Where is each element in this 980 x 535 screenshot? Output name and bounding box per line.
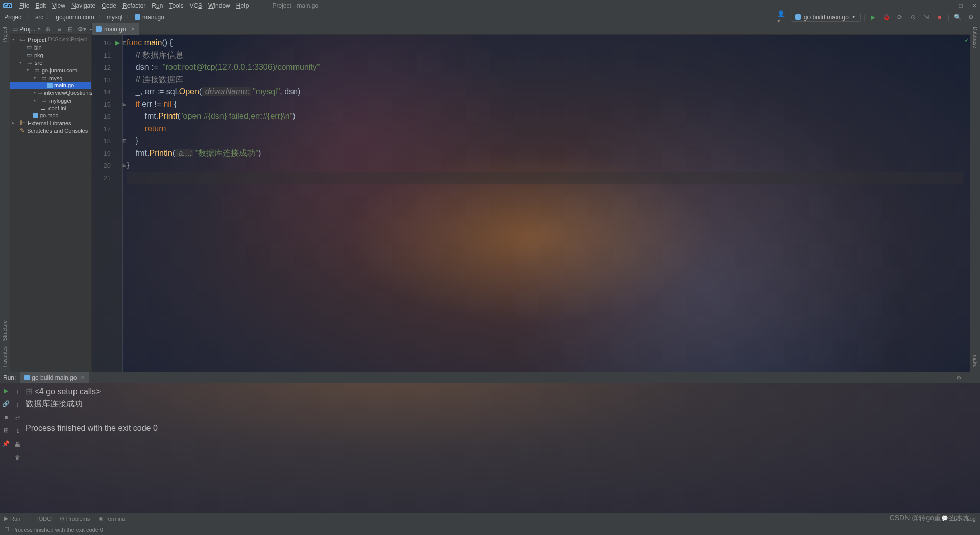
debug-button[interactable]: 🐞 (881, 12, 892, 22)
tab-label: main.go (104, 26, 126, 33)
project-tool-button[interactable]: Project (2, 27, 8, 42)
up-icon[interactable]: ↑ (13, 386, 23, 397)
coverage-button[interactable]: ⟳ (895, 12, 905, 22)
settings-button[interactable]: ⚙ (966, 12, 976, 22)
navigation-bar: Project〉 src〉 go.junmu.com〉 mysql〉 main.… (0, 11, 980, 23)
terminal-icon: ▣ (98, 515, 103, 522)
run-toolbar-secondary: ↑ ↓ ⏎ ↧ 🖶 🗑 (12, 383, 23, 513)
hide-run-panel-button[interactable]: — (967, 373, 977, 383)
watermark: CSDN @转go重开的木木 (890, 514, 970, 523)
go-file-icon (135, 14, 140, 20)
breadcrumb-item[interactable]: mysql (107, 14, 122, 21)
tree-file-gomod[interactable]: go.mod (10, 112, 91, 119)
editor-body[interactable]: 10▶⊟ 11 12 13 14 15⊟ 16 17 18⊟ 19 20⊟ 21… (92, 35, 970, 372)
menu-refactor[interactable]: Refactor (119, 2, 149, 9)
menu-file[interactable]: FFileile (16, 2, 32, 9)
menu-code[interactable]: Code (99, 2, 119, 9)
run-gutter-icon[interactable]: ▶ (115, 39, 120, 46)
editor-marks[interactable]: ✓ (963, 35, 970, 372)
tree-folder-mysql[interactable]: ▾▭mysql (10, 74, 91, 82)
attach-debugger-button[interactable]: 🔗 (1, 399, 11, 409)
menu-run[interactable]: Run (149, 2, 166, 9)
editor-tab-maingo[interactable]: main.go ✕ (92, 23, 139, 35)
project-tree[interactable]: ▾▭ Project D:\Go\src\Project ▭bin ▭pkg ▾… (10, 35, 91, 135)
favorites-tool-button[interactable]: Favorites (2, 346, 8, 367)
collapse-all-button[interactable]: ⊟ (65, 24, 76, 34)
breadcrumb-item[interactable]: Project (4, 14, 23, 21)
tree-file-maingo[interactable]: main.go (10, 82, 91, 89)
titlebar: GO FFileile Edit View Navigate Code Refa… (0, 0, 980, 11)
clear-button[interactable]: 🗑 (13, 453, 23, 463)
run-tab[interactable]: go build main.go ✕ (20, 372, 89, 383)
minimize-icon[interactable]: — (944, 2, 950, 9)
make-tool-button[interactable]: make (972, 355, 978, 367)
layout-button[interactable]: ⊞ (1, 425, 11, 435)
window-title: Project - main.go (272, 2, 943, 9)
settings-icon[interactable]: ⚙▾ (77, 24, 87, 34)
sidebar-title[interactable]: ▭ Proj... ▼ (12, 26, 41, 33)
left-tool-stripe: Project Structure Favorites (0, 23, 10, 372)
run-config-selector[interactable]: go build main.go ▼ (791, 13, 861, 22)
rerun-button[interactable]: ▶ (1, 385, 11, 396)
down-icon[interactable]: ↓ (13, 400, 23, 410)
pipe-separator: | (864, 14, 865, 21)
attach-button[interactable]: ⇲ (921, 12, 932, 22)
stop-button[interactable]: ■ (935, 12, 945, 22)
todo-tool-button[interactable]: ≣TODO (29, 515, 52, 522)
select-opened-file-button[interactable]: ⊕ (43, 24, 53, 34)
close-icon[interactable]: ✕ (972, 2, 977, 9)
menu-navigate[interactable]: Navigate (68, 2, 99, 9)
close-tab-icon[interactable]: ✕ (131, 26, 135, 32)
tree-folder-bin[interactable]: ▭bin (10, 43, 91, 51)
print-button[interactable]: 🖶 (13, 440, 23, 450)
tree-folder-interview[interactable]: ▸▭interviewQuestionis (10, 89, 91, 96)
tree-file-confini[interactable]: ☰conf.ini (10, 104, 91, 112)
tree-folder-mylogger[interactable]: ▸▭mylogger (10, 96, 91, 104)
menu-help[interactable]: Help (233, 2, 252, 9)
maximize-icon[interactable]: □ (959, 2, 963, 9)
menu-view[interactable]: View (49, 2, 68, 9)
breadcrumb-item[interactable]: main.go (142, 14, 164, 21)
menu-vcs[interactable]: VCS (186, 2, 205, 9)
close-tab-icon[interactable]: ✕ (81, 375, 85, 380)
gutter[interactable]: 10▶⊟ 11 12 13 14 15⊟ 16 17 18⊟ 19 20⊟ 21 (92, 35, 122, 372)
console-line: 数据库连接成功 (26, 398, 978, 410)
editor: main.go ✕ 10▶⊟ 11 12 13 14 15⊟ 16 17 18⊟… (92, 23, 970, 372)
menu-edit[interactable]: Edit (32, 2, 49, 9)
user-icon[interactable]: 👤▾ (777, 12, 788, 22)
tree-project-root[interactable]: ▾▭ Project D:\Go\src\Project (10, 36, 91, 43)
profile-button[interactable]: ⊙ (908, 12, 918, 22)
bottom-tool-bar: ▶Run ≣TODO ⊘Problems ▣Terminal 💬Event Lo… (0, 513, 980, 524)
problems-tool-button[interactable]: ⊘Problems (60, 515, 90, 522)
console-output[interactable]: ⊞ <4 go setup calls> 数据库连接成功 Process fin… (23, 383, 980, 513)
run-settings-icon[interactable]: ⚙ (953, 373, 964, 383)
tree-folder-src[interactable]: ▾▭src (10, 59, 91, 66)
menu-window[interactable]: Window (205, 2, 233, 9)
status-icon[interactable]: ☐ (4, 526, 9, 533)
go-file-icon (47, 83, 53, 88)
soft-wrap-button[interactable]: ⏎ (13, 413, 23, 423)
status-bar: ☐ Process finished with the exit code 0 (0, 524, 980, 535)
run-config-label: go build main.go (804, 14, 849, 21)
run-tool-button[interactable]: ▶Run (4, 515, 20, 522)
scroll-to-end-button[interactable]: ↧ (13, 426, 23, 436)
go-file-icon (33, 113, 38, 118)
tree-folder-gojunmu[interactable]: ▾▭go.junmu.com (10, 66, 91, 74)
pin-button[interactable]: 📌 (1, 439, 11, 449)
stop-run-button[interactable]: ■ (1, 412, 11, 422)
run-button[interactable]: ▶ (868, 12, 878, 22)
breadcrumb: Project〉 src〉 go.junmu.com〉 mysql〉 main.… (4, 13, 164, 21)
terminal-tool-button[interactable]: ▣Terminal (98, 515, 127, 522)
menu-tools[interactable]: Tools (166, 2, 186, 9)
breadcrumb-item[interactable]: src (35, 14, 43, 21)
tree-folder-pkg[interactable]: ▭pkg (10, 51, 91, 59)
breadcrumb-item[interactable]: go.junmu.com (56, 14, 94, 21)
database-tool-button[interactable]: Database (972, 27, 978, 48)
tree-external-libraries[interactable]: ▸⊩External Libraries (10, 119, 91, 127)
expand-all-button[interactable]: ≡ (54, 24, 64, 34)
code-area[interactable]: func main() { // 数据库信息 dsn := "root:root… (122, 35, 963, 372)
structure-tool-button[interactable]: Structure (2, 320, 8, 341)
search-everywhere-button[interactable]: 🔍 (952, 12, 963, 22)
run-toolbar-primary: ▶ 🔗 ■ ⊞ 📌 (0, 383, 12, 513)
tree-scratches[interactable]: ✎Scratches and Consoles (10, 127, 91, 134)
